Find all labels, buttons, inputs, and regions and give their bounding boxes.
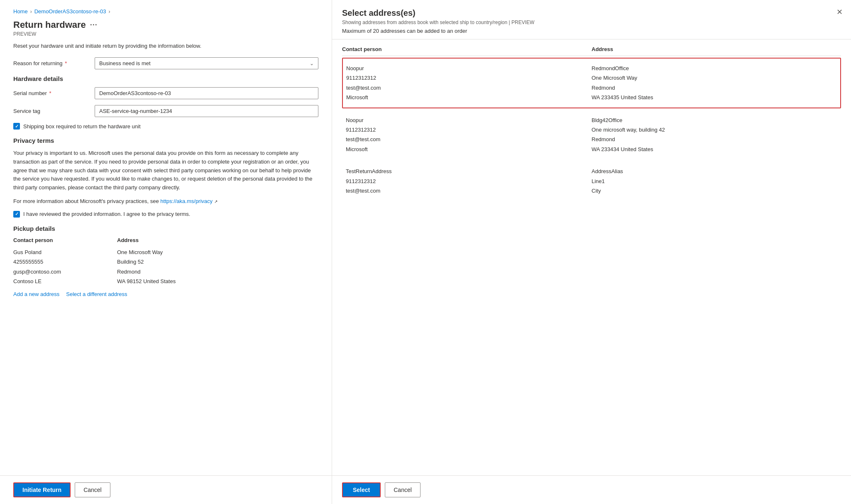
privacy-agree-row: I have reviewed the provided information… — [13, 211, 318, 218]
close-button[interactable]: ✕ — [836, 8, 843, 16]
breadcrumb: Home › DemoOrderAS3contoso-re-03 › — [13, 8, 318, 15]
service-tag-input[interactable] — [95, 105, 318, 117]
address-addr-2: AddressAliasLine1City — [592, 166, 837, 196]
pickup-contact-email: gusp@contoso.com — [13, 267, 117, 276]
pickup-contact-header: Contact person — [13, 237, 117, 247]
privacy-section-title: Privacy terms — [13, 137, 318, 144]
select-button[interactable]: Select — [342, 482, 381, 497]
right-footer: Select Cancel — [332, 475, 851, 504]
pickup-contact-company: Contoso LE — [13, 276, 117, 286]
left-content: Home › DemoOrderAS3contoso-re-03 › Retur… — [0, 0, 332, 475]
pickup-contact-phone: 4255555555 — [13, 257, 117, 267]
initiate-return-button[interactable]: Initiate Return — [13, 482, 71, 497]
left-panel: Home › DemoOrderAS3contoso-re-03 › Retur… — [0, 0, 332, 504]
address-row[interactable]: TestReturnAddress9112312312test@test.com… — [342, 161, 841, 201]
privacy-link[interactable]: https://aka.ms/privacy — [160, 198, 213, 204]
serial-row: Serial number * — [13, 87, 318, 99]
address-contact-1: Noopur9112312312test@test.comMicrosoft — [346, 115, 592, 154]
address-addr-1: Bldg42OfficeOne microsoft way, building … — [592, 115, 837, 154]
page-preview-label: PREVIEW — [13, 31, 318, 37]
privacy-checkbox[interactable] — [13, 211, 20, 218]
shipping-checkbox-row: Shipping box required to return the hard… — [13, 123, 318, 130]
address-list: Noopur9112312312test@test.comMicrosoft R… — [342, 58, 841, 201]
pickup-table: Contact person Address Gus Poland 425555… — [13, 237, 318, 286]
right-panel: Select address(es) Showing addresses fro… — [332, 0, 851, 504]
service-tag-row: Service tag — [13, 105, 318, 117]
page-title: Return hardware — [13, 20, 86, 30]
right-panel-note: Maximum of 20 addresses can be added to … — [342, 28, 841, 34]
address-contact-0: Noopur9112312312test@test.comMicrosoft — [346, 64, 592, 103]
address-contact-2: TestReturnAddress9112312312test@test.com — [346, 166, 592, 196]
privacy-agree-label: I have reviewed the provided information… — [23, 211, 190, 217]
breadcrumb-order[interactable]: DemoOrderAS3contoso-re-03 — [34, 8, 106, 15]
left-footer: Initiate Return Cancel — [0, 475, 332, 504]
pickup-address-city: Redmond — [117, 267, 318, 276]
more-options-button[interactable]: ··· — [90, 21, 98, 29]
pickup-address-line1: One Microsoft Way — [117, 247, 318, 257]
pickup-contact-name: Gus Poland — [13, 247, 117, 257]
address-col-header: Address — [592, 46, 841, 52]
reason-label: Reason for returning * — [13, 60, 88, 66]
pickup-address-header: Address — [117, 237, 318, 247]
cancel-button[interactable]: Cancel — [75, 482, 110, 497]
serial-label: Serial number * — [13, 90, 88, 96]
address-addr-0: RedmondOfficeOne Microsoft WayRedmondWA … — [592, 64, 837, 103]
reason-dropdown[interactable]: Business need is met ⌄ — [95, 57, 318, 69]
external-link-icon: ↗ — [214, 199, 218, 204]
address-row[interactable]: Noopur9112312312test@test.comMicrosoft B… — [342, 110, 841, 160]
privacy-body: Your privacy is important to us. Microso… — [13, 149, 318, 192]
address-row[interactable]: Noopur9112312312test@test.comMicrosoft R… — [342, 58, 841, 108]
pickup-address-region: WA 98152 United States — [117, 276, 318, 286]
address-actions: Add a new address Select a different add… — [13, 291, 318, 297]
page-title-row: Return hardware ··· — [13, 20, 318, 30]
privacy-link-row: For more information about Microsoft's p… — [13, 197, 318, 206]
right-header: Select address(es) Showing addresses fro… — [332, 0, 851, 39]
pickup-section-title: Pickup details — [13, 225, 318, 232]
add-new-address-link[interactable]: Add a new address — [13, 291, 59, 297]
breadcrumb-sep2: › — [108, 9, 110, 15]
hardware-section-title: Hardware details — [13, 75, 318, 82]
service-tag-label: Service tag — [13, 108, 88, 114]
select-different-address-link[interactable]: Select a different address — [66, 291, 127, 297]
breadcrumb-home[interactable]: Home — [13, 8, 28, 15]
privacy-link-prefix: For more information about Microsoft's p… — [13, 198, 160, 204]
right-panel-title: Select address(es) — [342, 8, 841, 18]
shipping-checkbox[interactable] — [13, 123, 20, 130]
address-table-header: Contact person Address — [342, 46, 841, 56]
chevron-down-icon: ⌄ — [310, 61, 314, 66]
contact-col-header: Contact person — [342, 46, 592, 52]
breadcrumb-sep1: › — [30, 9, 32, 15]
pickup-details: Contact person Address Gus Poland 425555… — [13, 237, 318, 298]
right-content: Contact person Address Noopur9112312312t… — [332, 39, 851, 475]
pickup-contact-data: Gus Poland 4255555555 gusp@contoso.com C… — [13, 247, 117, 286]
pickup-address-data: One Microsoft Way Building 52 Redmond WA… — [117, 247, 318, 286]
reason-required: * — [65, 60, 67, 66]
shipping-checkbox-label: Shipping box required to return the hard… — [23, 123, 141, 130]
serial-required: * — [49, 90, 51, 96]
pickup-address-line2: Building 52 — [117, 257, 318, 267]
serial-input[interactable] — [95, 87, 318, 99]
reason-row: Reason for returning * Business need is … — [13, 57, 318, 69]
right-panel-subtitle: Showing addresses from address book with… — [342, 20, 841, 25]
page-description: Reset your hardware unit and initiate re… — [13, 43, 318, 49]
right-cancel-button[interactable]: Cancel — [385, 482, 421, 497]
reason-value: Business need is met — [99, 60, 151, 66]
